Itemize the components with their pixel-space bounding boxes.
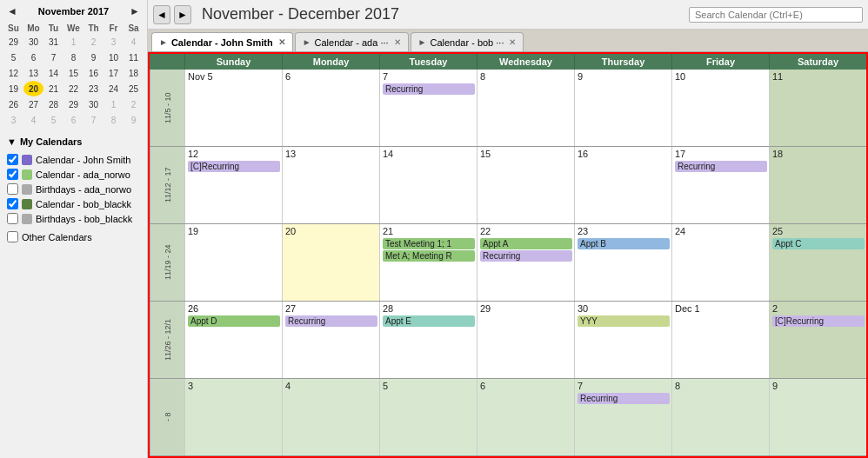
calendar-list-item[interactable]: Calendar - ada_norwo	[3, 167, 144, 182]
day-cell[interactable]: 26Appt D	[184, 302, 282, 378]
calendar-event[interactable]: Appt A	[480, 238, 572, 249]
day-cell[interactable]: 7Recurring	[379, 70, 477, 146]
day-cell[interactable]: 7Recurring	[574, 379, 671, 455]
mini-cal-day[interactable]: 10	[103, 50, 124, 65]
mini-cal-prev[interactable]: ◄	[7, 5, 17, 17]
calendar-event[interactable]: Recurring	[675, 161, 767, 172]
mini-cal-day[interactable]: 9	[83, 50, 103, 65]
mini-cal-day[interactable]: 18	[124, 65, 144, 81]
calendar-event[interactable]: Appt C	[772, 238, 865, 249]
mini-cal-day[interactable]: 12	[3, 65, 23, 81]
day-cell[interactable]: 21Test Meeting 1; 1Met A; Meeting R	[379, 224, 477, 301]
day-cell[interactable]: 16	[574, 147, 671, 223]
cal-checkbox[interactable]	[7, 198, 18, 209]
cal-checkbox[interactable]	[7, 169, 18, 180]
day-cell[interactable]: 4	[282, 379, 379, 455]
mini-cal-day[interactable]: 8	[103, 112, 124, 128]
calendar-event[interactable]: Appt B	[578, 238, 670, 249]
day-cell[interactable]: 19	[184, 224, 282, 301]
day-cell[interactable]: 28Appt E	[379, 302, 477, 378]
calendar-list-item[interactable]: Calendar - John Smith	[3, 152, 144, 167]
mini-cal-day[interactable]: 25	[124, 81, 144, 96]
day-cell[interactable]: 18	[769, 147, 866, 223]
day-cell[interactable]: 10	[671, 70, 769, 146]
tab[interactable]: ►Calendar - ada ···✕	[295, 32, 409, 51]
mini-cal-day[interactable]: 1	[63, 34, 83, 50]
mini-cal-day[interactable]: 23	[83, 81, 103, 96]
mini-cal-day[interactable]: 21	[43, 81, 63, 96]
mini-cal-day[interactable]: 24	[103, 81, 124, 96]
day-cell[interactable]: 3	[184, 379, 282, 455]
mini-cal-day[interactable]: 6	[63, 112, 83, 128]
mini-cal-day[interactable]: 26	[3, 96, 23, 112]
day-cell[interactable]: 27Recurring	[282, 302, 379, 378]
other-cal-checkbox[interactable]	[7, 231, 18, 242]
day-cell[interactable]: 6	[477, 379, 574, 455]
search-input[interactable]	[689, 7, 863, 23]
day-cell[interactable]: 5	[379, 379, 477, 455]
day-cell[interactable]: 24	[671, 224, 769, 301]
day-cell[interactable]: 6	[282, 70, 379, 146]
calendar-event[interactable]: Appt D	[188, 315, 280, 327]
mini-cal-day[interactable]: 14	[43, 65, 63, 81]
day-cell[interactable]: 23Appt B	[574, 224, 671, 301]
mini-cal-day[interactable]: 28	[43, 96, 63, 112]
tab-close-button[interactable]: ✕	[278, 37, 285, 47]
mini-cal-day[interactable]: 5	[43, 112, 63, 128]
calendar-event[interactable]: Recurring	[578, 393, 670, 404]
calendar-event[interactable]: Recurring	[480, 250, 572, 262]
other-calendars-item[interactable]: Other Calendars	[3, 229, 144, 244]
mini-cal-day[interactable]: 1	[103, 96, 124, 112]
mini-cal-day[interactable]: 20	[23, 81, 43, 96]
calendar-list-item[interactable]: Calendar - bob_blackk	[3, 196, 144, 211]
cal-checkbox[interactable]	[7, 213, 18, 224]
day-cell[interactable]: 8	[477, 70, 574, 146]
mini-cal-day[interactable]: 4	[124, 34, 144, 50]
calendar-event[interactable]: YYY	[578, 315, 670, 327]
tab[interactable]: ►Calendar - bob ···✕	[411, 32, 524, 51]
mini-cal-day[interactable]: 7	[43, 50, 63, 65]
calendar-event[interactable]: [C]Recurring	[188, 161, 280, 172]
calendar-event[interactable]: [C]Recurring	[772, 315, 865, 327]
mini-cal-day[interactable]: 11	[124, 50, 144, 65]
day-cell[interactable]: 11	[769, 70, 866, 146]
day-cell[interactable]: 17Recurring	[671, 147, 769, 223]
tab-close-button[interactable]: ✕	[509, 37, 516, 47]
calendar-event[interactable]: Test Meeting 1; 1	[383, 238, 475, 249]
mini-cal-day[interactable]: 2	[124, 96, 144, 112]
tab[interactable]: ►Calendar - John Smith✕	[151, 32, 293, 51]
mini-cal-day[interactable]: 29	[3, 34, 23, 50]
mini-cal-day[interactable]: 8	[63, 50, 83, 65]
mini-cal-day[interactable]: 19	[3, 81, 23, 96]
mini-cal-day[interactable]: 29	[63, 96, 83, 112]
mini-cal-day[interactable]: 30	[23, 34, 43, 50]
day-cell[interactable]: Nov 5	[184, 70, 282, 146]
day-cell[interactable]: 8	[671, 379, 769, 455]
day-cell[interactable]: 2[C]Recurring	[769, 302, 866, 378]
day-cell[interactable]: 12[C]Recurring	[184, 147, 282, 223]
calendar-list-item[interactable]: Birthdays - bob_blackk	[3, 211, 144, 226]
mini-cal-day[interactable]: 27	[23, 96, 43, 112]
cal-checkbox[interactable]	[7, 183, 18, 195]
day-cell[interactable]: Dec 1	[671, 302, 769, 378]
mini-cal-day[interactable]: 9	[124, 112, 144, 128]
mini-cal-day[interactable]: 31	[43, 34, 63, 50]
mini-cal-day[interactable]: 30	[83, 96, 103, 112]
mini-cal-day[interactable]: 15	[63, 65, 83, 81]
day-cell[interactable]: 15	[477, 147, 574, 223]
calendar-event[interactable]: Recurring	[285, 315, 377, 327]
mini-cal-day[interactable]: 16	[83, 65, 103, 81]
mini-cal-day[interactable]: 7	[83, 112, 103, 128]
mini-cal-next[interactable]: ►	[130, 5, 140, 17]
calendar-event[interactable]: Met A; Meeting R	[383, 250, 475, 262]
calendar-event[interactable]: Appt E	[383, 315, 475, 327]
cal-checkbox[interactable]	[7, 154, 18, 165]
day-cell[interactable]: 14	[379, 147, 477, 223]
mini-cal-day[interactable]: 5	[3, 50, 23, 65]
day-cell[interactable]: 29	[477, 302, 574, 378]
tab-close-button[interactable]: ✕	[394, 37, 401, 47]
day-cell[interactable]: 9	[769, 379, 866, 455]
day-cell[interactable]: 30YYY	[574, 302, 671, 378]
prev-button[interactable]: ◄	[153, 5, 170, 24]
mini-cal-day[interactable]: 22	[63, 81, 83, 96]
